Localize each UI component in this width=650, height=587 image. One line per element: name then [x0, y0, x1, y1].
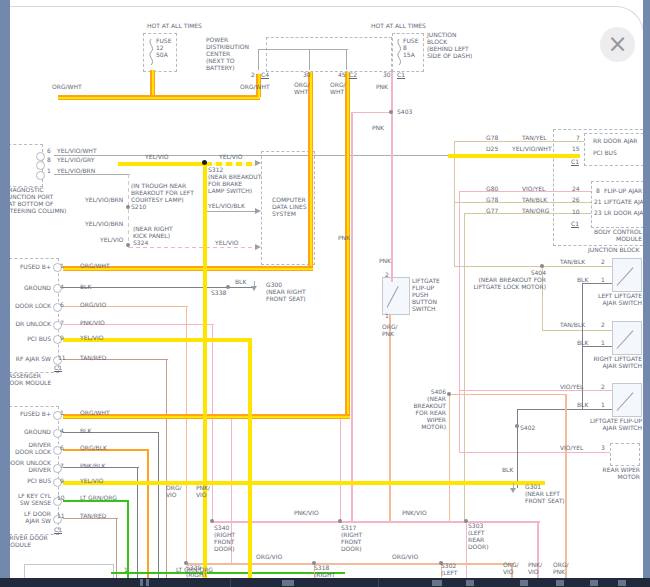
taskbar-icon[interactable]	[556, 580, 564, 586]
close-icon: ×	[607, 30, 627, 58]
taskbar-icon[interactable]	[520, 580, 528, 586]
taskbar-icon[interactable]	[432, 580, 442, 586]
taskbar-icon[interactable]	[618, 580, 626, 586]
taskbar-separator	[378, 578, 379, 587]
taskbar-icon[interactable]	[146, 579, 149, 586]
taskbar-icon[interactable]	[466, 580, 474, 586]
close-button[interactable]: ×	[600, 27, 635, 62]
taskbar-icon[interactable]	[282, 580, 294, 586]
wiring-diagram-screen: HOT AT ALL TIMES FUSE 12 50A POWER DISTR…	[0, 0, 650, 587]
taskbar-icon[interactable]	[140, 579, 143, 586]
viewer-card-border	[10, 6, 644, 587]
left-frame-strip	[0, 0, 10, 578]
taskbar-icon[interactable]	[590, 580, 598, 586]
taskbar[interactable]	[0, 578, 650, 587]
taskbar-separator	[230, 578, 231, 587]
right-frame-strip	[643, 0, 650, 578]
